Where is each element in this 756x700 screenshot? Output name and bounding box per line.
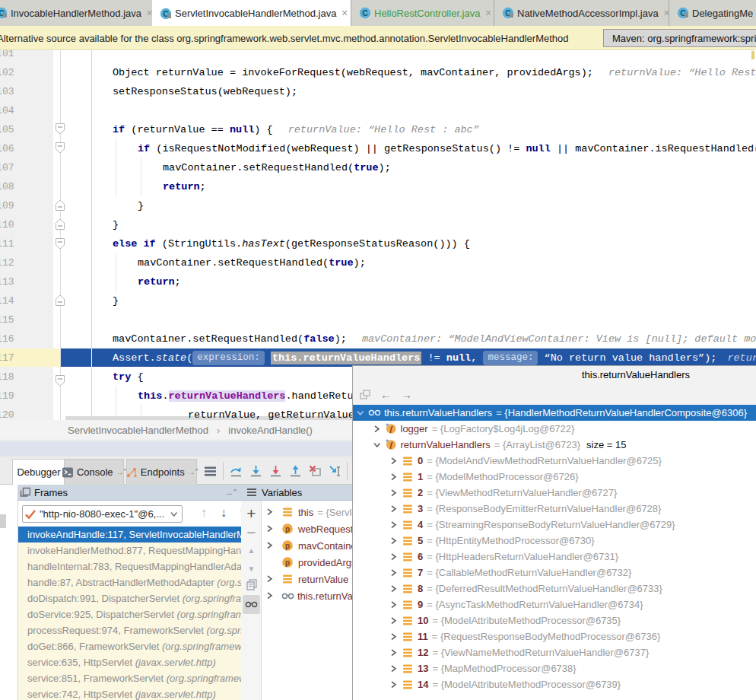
breadcrumb-class[interactable]: ServletInvocableHandlerMethod — [68, 425, 208, 436]
stack-frame-row[interactable]: service:851, FrameworkServlet (org.sprin… — [18, 670, 241, 686]
chevron-right-icon — [266, 525, 273, 533]
chevron-right-icon — [266, 542, 273, 549]
tree-expander[interactable] — [387, 489, 399, 497]
fold-region-up-icon[interactable] — [55, 199, 65, 212]
back-button[interactable]: ← — [380, 388, 392, 401]
tree-expander[interactable] — [387, 681, 399, 689]
tree-expander[interactable] — [354, 409, 367, 416]
stack-frame-row[interactable]: doGet:866, FrameworkServlet (org.springf… — [18, 638, 241, 654]
popup-tree-row[interactable]: 8 = {DeferredResultMethodReturnValueHand… — [353, 581, 756, 597]
popup-tree-row[interactable]: 13 = {MapMethodProcessor@6738} — [353, 660, 756, 676]
frame-down-button[interactable]: ↓ — [221, 506, 227, 520]
tree-expander[interactable] — [387, 649, 399, 657]
tree-expander[interactable] — [387, 665, 399, 673]
fold-region-down-icon[interactable] — [55, 142, 65, 154]
popup-tree-row[interactable]: 2 = {ViewMethodReturnValueHandler@6727} — [353, 485, 756, 501]
force-step-into-button[interactable] — [268, 463, 283, 479]
popup-tree-row[interactable]: 3 = {ResponseBodyEmitterReturnValueHandl… — [353, 501, 756, 517]
drop-frame-button[interactable] — [307, 463, 322, 479]
frames-header[interactable]: Frames→″ — [18, 485, 241, 501]
tree-expander[interactable] — [387, 569, 399, 577]
popup-tree-row[interactable]: 6 = {HttpHeadersReturnValueHandler@6731} — [353, 549, 756, 565]
editor-tab[interactable]: C HelloRestController.java ✕ — [351, 0, 494, 26]
popup-tree-row[interactable]: f logger = {LogFactory$Log4jLog@6722} — [353, 421, 756, 437]
evaluated-expression[interactable]: this.returnValueHandlers — [271, 352, 421, 364]
popup-tree-row[interactable]: 9 = {AsyncTaskMethodReturnValueHandler@6… — [353, 597, 756, 612]
popup-tree-row[interactable]: 0 = {ModelAndViewMethodReturnValueHandle… — [353, 453, 756, 469]
popup-tree-row[interactable]: 11 = {RequestResponseBodyMethodProcessor… — [353, 628, 756, 644]
tree-expander[interactable] — [266, 575, 281, 583]
step-out-button[interactable] — [287, 463, 303, 479]
tree-expander[interactable] — [387, 537, 399, 545]
tree-expander[interactable] — [387, 457, 399, 465]
editor-tab[interactable]: C NativeMethodAccessorImpl.java ✕ — [494, 0, 669, 26]
popup-tree-row[interactable]: 7 = {CallableMethodReturnValueHandler@67… — [353, 565, 756, 581]
code-token: true — [354, 162, 378, 173]
tree-expander[interactable] — [387, 585, 399, 593]
popup-tree-row[interactable]: this.returnValueHandlers = {HandlerMetho… — [353, 405, 756, 421]
fold-region-up-icon[interactable] — [55, 294, 65, 307]
close-icon[interactable]: ✕ — [341, 8, 348, 18]
step-into-button[interactable] — [248, 463, 263, 479]
code-line: Object returnValue = invokeForRequest(we… — [91, 63, 756, 82]
panel-title: Variables — [262, 487, 302, 498]
tree-expander[interactable] — [387, 633, 399, 641]
popup-tree-row[interactable]: f returnValueHandlers = {ArrayList@6723}… — [353, 437, 756, 453]
stack-frame-row[interactable]: service:742, HttpServlet (javax.servlet.… — [18, 686, 241, 700]
stack-frame-row[interactable]: handle:87, AbstractHandlerMethodAdapter … — [18, 574, 241, 590]
fold-region-down-icon[interactable] — [55, 123, 65, 135]
tree-expander[interactable] — [266, 525, 281, 533]
editor-tab[interactable]: C InvocableHandlerMethod.java ✕ — [0, 0, 157, 26]
tree-expander[interactable] — [266, 508, 281, 516]
jump-to-source-icon[interactable]: →″ — [225, 488, 237, 497]
popup-tree-row[interactable]: 10 = {ModelAttributeMethodProcessor@6735… — [353, 612, 756, 628]
line-number: 112 — [0, 253, 14, 272]
step-over-button[interactable] — [228, 463, 243, 479]
forward-button[interactable]: → — [401, 388, 412, 401]
tree-expander[interactable] — [266, 542, 281, 549]
tree-expander[interactable] — [266, 592, 281, 600]
line-number: 116 — [0, 329, 14, 348]
stack-frame-row[interactable]: invokeHandlerMethod:877, RequestMappingH… — [18, 542, 241, 558]
fold-region-up-icon[interactable] — [55, 218, 65, 231]
watch-value: = {ArrayList@6723} — [494, 439, 580, 450]
tree-expander[interactable] — [387, 553, 399, 561]
stack-frame-row[interactable]: service:635, HttpServlet (javax.servlet.… — [18, 654, 241, 670]
popup-tree-row[interactable]: 12 = {ViewNameMethodReturnValueHandler@6… — [353, 644, 756, 660]
alternative-source-combo[interactable]: Maven: org.springframework:spring — [603, 29, 756, 47]
breadcrumb-method[interactable]: invokeAndHandle() — [228, 425, 313, 436]
editor-tab[interactable]: C ServletInvocableHandlerMethod.java ✕ — [152, 0, 351, 27]
tab-console[interactable]: Console→″ — [64, 459, 124, 485]
tree-expander[interactable] — [387, 521, 399, 529]
tree-expander[interactable] — [387, 617, 399, 625]
close-icon[interactable]: ✕ — [484, 8, 491, 18]
popup-tree-row[interactable]: 5 = {HttpEntityMethodProcessor@6730} — [353, 533, 756, 549]
layout-settings-button[interactable] — [202, 463, 218, 479]
popup-tool-icon[interactable] — [359, 389, 371, 400]
stack-frame-row[interactable]: invokeAndHandle:117, ServletInvocableHan… — [18, 527, 241, 542]
run-to-cursor-button[interactable] — [327, 463, 342, 479]
tree-expander[interactable] — [371, 441, 383, 448]
stack-frame-row[interactable]: doDispatch:991, DispatcherServlet (org.s… — [18, 590, 241, 606]
popup-tree-row[interactable]: 4 = {StreamingResponseBodyReturnValueHan… — [353, 517, 756, 533]
tree-expander[interactable] — [371, 425, 383, 433]
tree-expander[interactable] — [387, 505, 399, 513]
popup-tree-row[interactable]: 1 = {ModelMethodProcessor@6726} — [353, 469, 756, 485]
stack-frame-row[interactable]: doService:925, DispatcherServlet (org.sp… — [18, 606, 241, 622]
popup-tree-row[interactable]: 14 = {ModelAttributeMethodProcessor@6739… — [353, 676, 756, 692]
tree-expander[interactable] — [387, 473, 399, 481]
combo-chevron[interactable] — [170, 508, 182, 520]
close-icon[interactable]: ✕ — [663, 8, 669, 18]
tab-endpoints[interactable]: Endpoints→″ — [126, 459, 197, 485]
fold-region-down-icon[interactable] — [55, 374, 65, 387]
tree-expander[interactable] — [387, 601, 399, 609]
editor-tab[interactable]: C DelegatingMe ✕ — [669, 0, 756, 26]
popup-tree: this.returnValueHandlers = {HandlerMetho… — [353, 405, 756, 692]
frame-up-button[interactable]: ↑ — [201, 506, 207, 520]
stack-frame-row[interactable]: handleInternal:783, RequestMappingHandle… — [18, 558, 241, 574]
thread-selector[interactable]: "http-nio-8080-exec-1"@6,... — [22, 505, 183, 523]
frame-location: invokeHandlerMethod:877, RequestMappingH… — [27, 545, 241, 556]
stack-frame-row[interactable]: processRequest:974, FrameworkServlet (or… — [18, 622, 241, 638]
fold-region-down-icon[interactable] — [55, 237, 65, 250]
tab-debugger[interactable]: Debugger — [12, 459, 65, 485]
